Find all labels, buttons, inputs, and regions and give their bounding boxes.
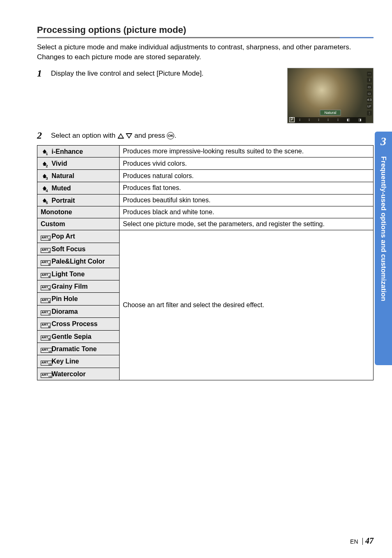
art-filter-icon: ART4 [41, 273, 51, 278]
mode-name: Pop Art [51, 233, 75, 240]
section-heading: Processing options (picture mode) [37, 25, 374, 38]
mode-name: Monotone [37, 206, 120, 218]
table-row: 1 i-Enhance Produces more impressive-loo… [37, 145, 374, 157]
heading-text: Processing options (picture mode) [37, 25, 374, 37]
step-number: 1 [37, 68, 45, 79]
step-number: 2 [37, 130, 45, 141]
icon-sub: 5 [48, 288, 50, 291]
intro-text: Select a picture mode and make individua… [37, 42, 374, 62]
side-icon: ⋯ [367, 72, 372, 76]
step-2-before: Select an option with [51, 132, 118, 139]
mode-name: Pale&Light Color [51, 258, 105, 265]
art-filter-icon: ART7 [41, 310, 51, 315]
strip-icon: ◧ [347, 118, 350, 122]
side-icon: 4:3 [367, 97, 372, 102]
mode-name: Gentle Sepia [51, 333, 91, 340]
mode-name: Muted [51, 185, 71, 192]
table-row: Custom Select one picture mode, set the … [37, 218, 374, 230]
side-icon: ⋮ [367, 111, 372, 116]
icon-sub: 2 [48, 250, 50, 253]
art-filter-icon: ART2 [41, 248, 51, 253]
chapter-title: Frequently-used options and customizatio… [375, 151, 392, 365]
icon-sub: 3 [48, 263, 50, 266]
icon-sub: 9 [48, 338, 50, 340]
mode-desc: Select one picture mode, set the paramet… [120, 218, 374, 230]
icon-sub: 10 [48, 350, 51, 353]
picture-mode-table: 1 i-Enhance Produces more impressive-loo… [37, 145, 374, 381]
mode-desc: Produces natural colors. [120, 170, 374, 182]
side-icon: LF [367, 104, 372, 109]
side-icon: ⟟ [367, 78, 372, 83]
table-row: Monotone Produces black and white tone. [37, 206, 374, 218]
preview-mode-label: Natural [320, 110, 341, 116]
art-filter-icon: ART3 [41, 260, 51, 265]
art-filter-icon: ART12 [41, 373, 52, 378]
step-2-end: . [174, 132, 176, 139]
chapter-number: 3 [375, 132, 392, 151]
live-control-preview: Natural P ⟟⟟⟟⟟⟟◧◨ ⋯⟟▭▭4:3LF⋮ [287, 68, 374, 123]
strip-icon: ⟟ [337, 118, 339, 122]
preview-p-badge: P [289, 117, 295, 122]
step-1: 1 Display the live control and select [P… [37, 68, 279, 79]
art-filter-icon: ART9 [41, 336, 51, 340]
mode-name: Key Line [51, 358, 79, 365]
side-icon: ▭ [367, 84, 372, 89]
icon-sub: 8 [48, 325, 50, 328]
mode-name: Vivid [51, 160, 67, 167]
mode-name: Soft Focus [51, 245, 85, 252]
mode-name: Natural [51, 172, 74, 179]
footer-divider [362, 538, 363, 545]
mode-name: Custom [37, 218, 120, 230]
icon-sub: 3 [46, 176, 48, 181]
preview-side-strip: ⋯⟟▭▭4:3LF⋮ [367, 72, 372, 116]
mode-desc: Produces vivid colors. [120, 157, 374, 170]
step-2-text: Select an option with and press OK. [51, 130, 374, 140]
mode-name: Watercolor [51, 370, 85, 377]
step-1-text: Display the live control and select [Pic… [51, 68, 279, 78]
up-arrow-icon [118, 133, 124, 139]
mode-name: i-Enhance [51, 148, 83, 155]
mode-name: Light Tone [51, 270, 85, 277]
art-filter-icon: ART10 [41, 348, 52, 353]
mode-desc: Produces beautiful skin tones. [120, 194, 374, 206]
heading-underline [37, 37, 374, 38]
step-2-after: and press [134, 132, 167, 139]
table-row: 5 Portrait Produces beautiful skin tones… [37, 194, 374, 206]
strip-icon: ⟟ [309, 118, 310, 122]
strip-icon: ◨ [358, 118, 362, 122]
mode-name: Diorama [51, 308, 78, 315]
page-footer: EN 47 [350, 536, 374, 546]
mode-desc: Produces black and white tone. [120, 206, 374, 218]
art-filter-icon: ART1 [41, 236, 51, 241]
icon-sub: 11 [48, 363, 51, 366]
icon-sub: 6 [48, 300, 50, 303]
art-filter-desc: Choose an art filter and select the desi… [120, 230, 374, 380]
icon-sub: 5 [46, 201, 48, 205]
table-row: 2 Vivid Produces vivid colors. [37, 157, 374, 170]
footer-lang: EN [350, 538, 358, 545]
footer-page: 47 [365, 536, 374, 545]
strip-icon: ⟟ [299, 118, 300, 122]
down-arrow-icon [126, 133, 132, 139]
icon-sub: 4 [48, 275, 50, 278]
preview-bottom-strip: ⟟⟟⟟⟟⟟◧◨ [295, 117, 366, 123]
table-row: 3 Natural Produces natural colors. [37, 170, 374, 182]
mode-name: Grainy Film [51, 283, 88, 290]
strip-icon: ⟟ [327, 118, 329, 122]
mode-name: Cross Process [51, 320, 97, 327]
mode-desc: Produces flat tones. [120, 182, 374, 194]
icon-sub: 12 [48, 375, 51, 378]
art-filter-icon: ART8 [41, 323, 51, 328]
table-row: ART1 Pop Art Choose an art filter and se… [37, 230, 374, 243]
icon-sub: 2 [46, 164, 48, 168]
mode-name: Dramatic Tone [51, 345, 97, 352]
art-filter-icon: ART11 [41, 361, 52, 366]
side-icon: ▭ [367, 91, 372, 96]
icon-sub: 4 [46, 189, 48, 193]
mode-name: Portrait [51, 197, 75, 204]
mode-desc: Produces more impressive-looking results… [120, 145, 374, 157]
icon-sub: 7 [48, 313, 50, 316]
art-filter-icon: ART5 [41, 285, 51, 290]
ok-button-icon: OK [167, 132, 174, 139]
table-row: 4 Muted Produces flat tones. [37, 182, 374, 194]
